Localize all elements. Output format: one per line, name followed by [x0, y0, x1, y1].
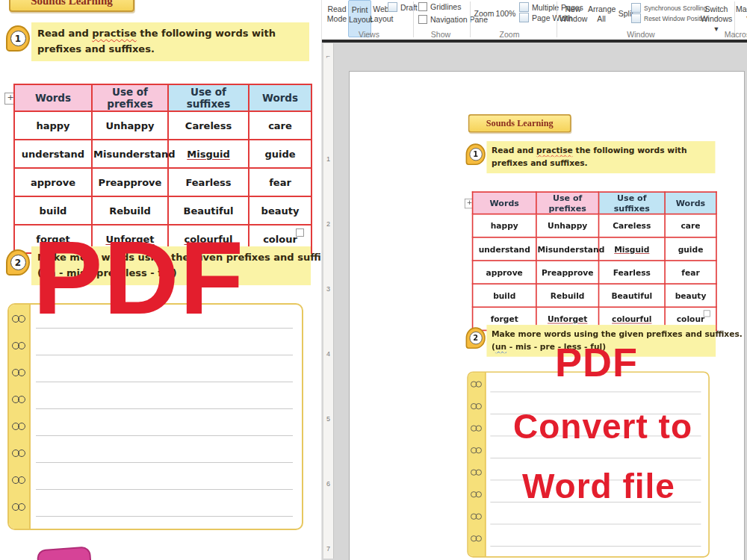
reset-window-position-button[interactable]: Reset Window Position	[631, 13, 709, 23]
table-cell: Careless	[168, 111, 249, 140]
show-group-label: Show	[424, 30, 458, 39]
writing-line	[36, 489, 293, 490]
table-header-cell: Words	[665, 192, 716, 214]
table-row: understand Misunderstand Misguid guide	[14, 140, 311, 168]
table-header-cell: Words	[14, 84, 92, 111]
word-watermark-line: Word file	[522, 469, 675, 503]
switch-windows-label: Switch Windows	[701, 4, 733, 23]
table-header-row: Words Use of prefixes Use of suffixes Wo…	[473, 192, 716, 214]
writing-line	[490, 546, 701, 547]
spiral-ring-icon	[471, 447, 482, 453]
synchronous-scrolling-label: Synchronous Scrolling	[644, 4, 707, 12]
writing-line	[490, 524, 701, 525]
vertical-ruler[interactable]: ⌐ 1 2 3 4 5 6 7	[323, 43, 334, 559]
table-cell: care	[665, 214, 716, 237]
table-row: approve Preapprove Fearless fear	[14, 168, 311, 196]
zoom-group-label: Zoom	[491, 30, 528, 39]
task-1-number-badge: 1	[466, 143, 486, 165]
task-2-text: Make more words using the given prefixes…	[492, 328, 711, 340]
group-separator	[413, 1, 414, 37]
table-cell: build	[473, 284, 536, 307]
worksheet-title-banner: Sounds Learning	[468, 114, 571, 133]
task-1-text-part: Read and	[492, 146, 536, 155]
task-1-number: 1	[10, 31, 26, 46]
group-separator	[557, 1, 557, 37]
checkbox-icon	[418, 2, 427, 11]
table-row: understand Misunderstand Misguid guide	[473, 237, 716, 261]
table-header-cell: Words	[473, 192, 536, 214]
table-header-cell: Words	[249, 84, 311, 111]
misspelled-word: practise	[92, 28, 136, 39]
ruler-number: 2	[323, 220, 333, 228]
table-cell: Misunderstand	[536, 237, 599, 261]
synchronous-scrolling-button[interactable]: Synchronous Scrolling	[631, 3, 707, 13]
table-cell: Preapprove	[536, 261, 599, 284]
spiral-ring-icon	[12, 423, 25, 430]
checkbox-icon	[418, 15, 427, 24]
ruler-number: 5	[323, 415, 333, 423]
answer-notebook	[7, 303, 303, 530]
spiral-ring-icon	[12, 315, 25, 323]
table-resize-handle[interactable]	[296, 228, 304, 237]
spiral-ring-icon	[12, 369, 25, 376]
table-cell: approve	[473, 261, 536, 284]
ruler-number: 6	[323, 480, 333, 488]
table-cell: Fearless	[168, 168, 249, 196]
document-area: ⌐ 1 2 3 4 5 6 7 Sounds Learning 1 Read a…	[322, 42, 747, 560]
table-row: happy Unhappy Careless care	[14, 111, 311, 140]
spiral-ring-icon	[12, 476, 25, 484]
spiral-ring-icon	[471, 382, 482, 388]
spiral-ring-icon	[471, 426, 482, 432]
ruler-margin-mark: ⌐	[323, 52, 333, 60]
table-cell: happy	[473, 214, 536, 237]
misspelled-word: practise	[536, 146, 573, 155]
spiral-ring-icon	[12, 342, 25, 349]
window-group-label: Window	[618, 30, 664, 39]
read-mode-button[interactable]: Read Mode	[326, 4, 348, 24]
page-width-icon	[519, 13, 529, 22]
table-cell: Misguid	[599, 237, 666, 261]
word-watermark-line: PDF	[555, 342, 638, 382]
worksheet-title-banner: Sounds Learning	[9, 0, 134, 12]
table-cell: Careless	[599, 214, 666, 237]
multiple-pages-icon	[519, 2, 529, 12]
ruler-number: 1	[323, 155, 333, 163]
word-watermark-line: Convert to	[513, 409, 692, 444]
table-resize-handle[interactable]	[704, 310, 710, 317]
table-header-cell: Use of prefixes	[536, 192, 599, 214]
new-window-button[interactable]: New Window	[560, 4, 586, 24]
table-cell: guide	[249, 140, 311, 168]
draft-icon	[388, 2, 397, 12]
table-header-cell: Use of suffixes	[599, 192, 666, 214]
table-row: build Rebuild Beautiful beauty	[473, 284, 716, 307]
table-cell: beauty	[665, 284, 716, 307]
arrange-all-button[interactable]: Arrange All	[588, 4, 615, 24]
ribbon-bottom-border	[322, 40, 747, 43]
task-1-text: Read and practise the following words wi…	[492, 144, 710, 169]
task-2-number: 2	[10, 255, 26, 270]
pdf-watermark-text: PDF	[33, 225, 244, 330]
word-window: Read Mode Print Layout Web Layout Draft …	[321, 0, 747, 560]
spiral-ring-icon	[471, 403, 482, 409]
table-cell: understand	[473, 237, 536, 261]
writing-line	[36, 408, 293, 409]
gridlines-label: Gridlines	[430, 2, 461, 11]
table-cell: Unhappy	[536, 214, 599, 237]
zoom-button[interactable]: Zoom	[474, 9, 495, 19]
task-2-number-badge: 2	[466, 327, 486, 349]
zoom-100-button[interactable]: 100%	[495, 9, 517, 19]
task-1-text: Read and practise the following words wi…	[37, 26, 303, 57]
hint-word-un: un	[495, 342, 506, 351]
table-header-row: Words Use of prefixes Use of suffixes Wo…	[14, 84, 311, 111]
task-1-box: 1 Read and practise the following words …	[486, 141, 714, 172]
task-2-number: 2	[469, 332, 482, 344]
table-header-cell: Use of prefixes	[92, 84, 168, 111]
gridlines-checkbox[interactable]: Gridlines	[418, 2, 461, 11]
macros-button[interactable]: Macros ▾	[736, 4, 747, 22]
table-cell: fear	[249, 168, 311, 196]
group-separator	[470, 1, 471, 37]
ruler-number: 7	[323, 545, 333, 553]
answer-notebook	[467, 371, 710, 557]
task-2-number-badge: 2	[6, 249, 30, 276]
table-cell: Misguid	[168, 140, 249, 168]
